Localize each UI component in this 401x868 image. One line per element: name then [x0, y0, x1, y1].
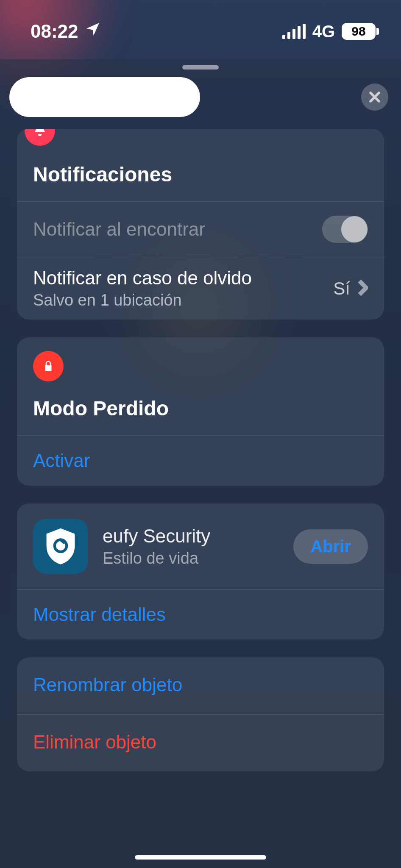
- bell-icon: [32, 129, 47, 139]
- open-app-button[interactable]: Abrir: [293, 529, 368, 564]
- app-icon: [33, 519, 88, 574]
- rename-item-button[interactable]: Renombrar objeto: [33, 657, 368, 714]
- item-actions-card: Renombrar objeto Eliminar objeto: [17, 657, 384, 771]
- notifications-title: Notificaciones: [33, 147, 368, 201]
- close-button[interactable]: [361, 83, 388, 111]
- sheet-grabber[interactable]: [182, 65, 219, 70]
- lost-mode-card: Modo Perdido Activar: [17, 337, 384, 486]
- battery-level: 98: [351, 24, 365, 39]
- companion-app-card: eufy Security Estilo de vida Abrir Mostr…: [17, 504, 384, 640]
- notify-when-left-row[interactable]: Notificar en caso de olvido Salvo en 1 u…: [33, 257, 368, 320]
- activate-lost-mode-button[interactable]: Activar: [33, 436, 368, 486]
- item-name-field[interactable]: [9, 77, 200, 117]
- home-indicator[interactable]: [135, 855, 266, 860]
- lost-mode-title: Modo Perdido: [33, 381, 368, 435]
- show-app-details-button[interactable]: Mostrar detalles: [33, 590, 368, 640]
- notifications-card: Notificaciones Notificar al encontrar No…: [17, 129, 384, 320]
- notify-when-left-label: Notificar en caso de olvido: [33, 267, 252, 289]
- notify-when-found-row[interactable]: Notificar al encontrar: [33, 202, 368, 257]
- battery-indicator: 98: [342, 23, 376, 40]
- chevron-right-icon: [358, 279, 368, 298]
- lock-icon-badge: [33, 351, 64, 381]
- lock-icon: [42, 359, 55, 374]
- notify-when-left-sub: Salvo en 1 ubicación: [33, 291, 252, 309]
- notify-when-left-value: Sí: [333, 278, 350, 299]
- shield-icon: [44, 527, 77, 565]
- app-category: Estilo de vida: [103, 549, 279, 568]
- detail-sheet: Notificaciones Notificar al encontrar No…: [0, 59, 401, 868]
- notify-when-found-toggle[interactable]: [322, 216, 368, 243]
- toggle-knob: [341, 216, 368, 242]
- bell-icon-badge: [25, 129, 55, 146]
- status-bar: 08:22 4G 98: [0, 0, 401, 51]
- app-name: eufy Security: [103, 526, 279, 547]
- status-time: 08:22: [31, 21, 78, 42]
- network-type: 4G: [312, 22, 335, 41]
- close-icon: [368, 90, 382, 104]
- notify-when-found-label: Notificar al encontrar: [33, 219, 205, 240]
- location-icon: [84, 21, 101, 42]
- delete-item-button[interactable]: Eliminar objeto: [33, 715, 368, 771]
- cellular-signal-icon: [282, 24, 306, 39]
